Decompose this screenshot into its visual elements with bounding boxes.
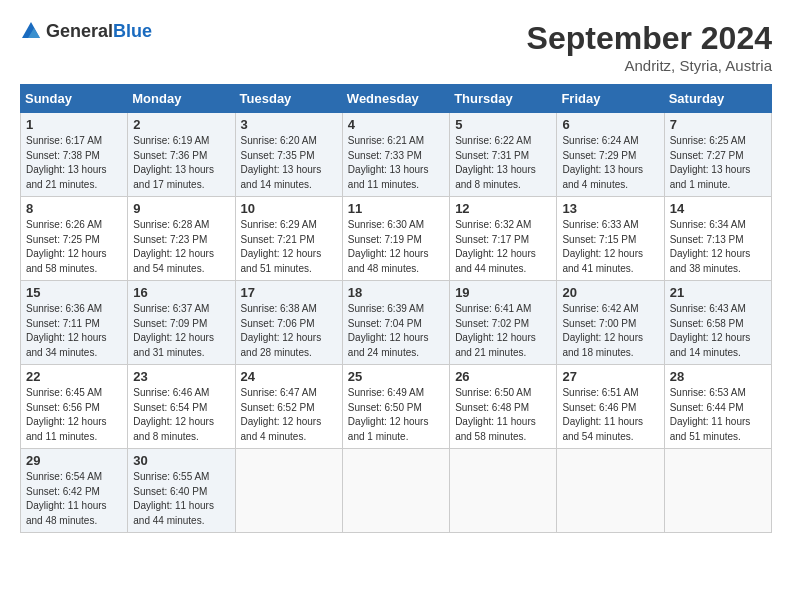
calendar-cell: 10Sunrise: 6:29 AM Sunset: 7:21 PM Dayli… xyxy=(235,197,342,281)
day-number: 5 xyxy=(455,117,551,132)
calendar-cell: 1Sunrise: 6:17 AM Sunset: 7:38 PM Daylig… xyxy=(21,113,128,197)
day-number: 3 xyxy=(241,117,337,132)
day-number: 15 xyxy=(26,285,122,300)
day-number: 2 xyxy=(133,117,229,132)
day-info: Sunrise: 6:53 AM Sunset: 6:44 PM Dayligh… xyxy=(670,386,766,444)
calendar-cell: 3Sunrise: 6:20 AM Sunset: 7:35 PM Daylig… xyxy=(235,113,342,197)
calendar-cell: 28Sunrise: 6:53 AM Sunset: 6:44 PM Dayli… xyxy=(664,365,771,449)
day-number: 27 xyxy=(562,369,658,384)
day-info: Sunrise: 6:34 AM Sunset: 7:13 PM Dayligh… xyxy=(670,218,766,276)
page-header: GeneralBlue September 2024 Andritz, Styr… xyxy=(20,20,772,74)
header-tuesday: Tuesday xyxy=(235,85,342,113)
calendar-week-5: 29Sunrise: 6:54 AM Sunset: 6:42 PM Dayli… xyxy=(21,449,772,533)
day-number: 22 xyxy=(26,369,122,384)
day-number: 23 xyxy=(133,369,229,384)
day-number: 10 xyxy=(241,201,337,216)
calendar-cell: 18Sunrise: 6:39 AM Sunset: 7:04 PM Dayli… xyxy=(342,281,449,365)
header-wednesday: Wednesday xyxy=(342,85,449,113)
day-info: Sunrise: 6:51 AM Sunset: 6:46 PM Dayligh… xyxy=(562,386,658,444)
calendar-table: Sunday Monday Tuesday Wednesday Thursday… xyxy=(20,84,772,533)
day-number: 29 xyxy=(26,453,122,468)
day-number: 13 xyxy=(562,201,658,216)
day-number: 25 xyxy=(348,369,444,384)
logo-blue: Blue xyxy=(113,21,152,41)
day-info: Sunrise: 6:32 AM Sunset: 7:17 PM Dayligh… xyxy=(455,218,551,276)
calendar-cell: 6Sunrise: 6:24 AM Sunset: 7:29 PM Daylig… xyxy=(557,113,664,197)
calendar-cell: 21Sunrise: 6:43 AM Sunset: 6:58 PM Dayli… xyxy=(664,281,771,365)
calendar-cell: 5Sunrise: 6:22 AM Sunset: 7:31 PM Daylig… xyxy=(450,113,557,197)
calendar-cell: 9Sunrise: 6:28 AM Sunset: 7:23 PM Daylig… xyxy=(128,197,235,281)
logo: GeneralBlue xyxy=(20,20,152,42)
day-info: Sunrise: 6:21 AM Sunset: 7:33 PM Dayligh… xyxy=(348,134,444,192)
calendar-cell xyxy=(664,449,771,533)
day-number: 9 xyxy=(133,201,229,216)
day-info: Sunrise: 6:49 AM Sunset: 6:50 PM Dayligh… xyxy=(348,386,444,444)
calendar-cell: 8Sunrise: 6:26 AM Sunset: 7:25 PM Daylig… xyxy=(21,197,128,281)
day-info: Sunrise: 6:30 AM Sunset: 7:19 PM Dayligh… xyxy=(348,218,444,276)
calendar-cell: 22Sunrise: 6:45 AM Sunset: 6:56 PM Dayli… xyxy=(21,365,128,449)
calendar-cell: 15Sunrise: 6:36 AM Sunset: 7:11 PM Dayli… xyxy=(21,281,128,365)
title-block: September 2024 Andritz, Styria, Austria xyxy=(527,20,772,74)
logo-general: General xyxy=(46,21,113,41)
day-info: Sunrise: 6:17 AM Sunset: 7:38 PM Dayligh… xyxy=(26,134,122,192)
day-number: 20 xyxy=(562,285,658,300)
header-sunday: Sunday xyxy=(21,85,128,113)
day-info: Sunrise: 6:36 AM Sunset: 7:11 PM Dayligh… xyxy=(26,302,122,360)
day-number: 6 xyxy=(562,117,658,132)
day-number: 1 xyxy=(26,117,122,132)
day-info: Sunrise: 6:41 AM Sunset: 7:02 PM Dayligh… xyxy=(455,302,551,360)
day-info: Sunrise: 6:43 AM Sunset: 6:58 PM Dayligh… xyxy=(670,302,766,360)
calendar-cell: 30Sunrise: 6:55 AM Sunset: 6:40 PM Dayli… xyxy=(128,449,235,533)
header-monday: Monday xyxy=(128,85,235,113)
day-info: Sunrise: 6:19 AM Sunset: 7:36 PM Dayligh… xyxy=(133,134,229,192)
day-number: 4 xyxy=(348,117,444,132)
day-number: 30 xyxy=(133,453,229,468)
day-number: 16 xyxy=(133,285,229,300)
calendar-header-row: Sunday Monday Tuesday Wednesday Thursday… xyxy=(21,85,772,113)
day-info: Sunrise: 6:28 AM Sunset: 7:23 PM Dayligh… xyxy=(133,218,229,276)
header-friday: Friday xyxy=(557,85,664,113)
calendar-week-1: 1Sunrise: 6:17 AM Sunset: 7:38 PM Daylig… xyxy=(21,113,772,197)
calendar-cell: 24Sunrise: 6:47 AM Sunset: 6:52 PM Dayli… xyxy=(235,365,342,449)
day-info: Sunrise: 6:33 AM Sunset: 7:15 PM Dayligh… xyxy=(562,218,658,276)
day-info: Sunrise: 6:54 AM Sunset: 6:42 PM Dayligh… xyxy=(26,470,122,528)
day-number: 12 xyxy=(455,201,551,216)
day-number: 21 xyxy=(670,285,766,300)
calendar-cell xyxy=(450,449,557,533)
calendar-cell: 4Sunrise: 6:21 AM Sunset: 7:33 PM Daylig… xyxy=(342,113,449,197)
calendar-cell: 17Sunrise: 6:38 AM Sunset: 7:06 PM Dayli… xyxy=(235,281,342,365)
calendar-week-4: 22Sunrise: 6:45 AM Sunset: 6:56 PM Dayli… xyxy=(21,365,772,449)
calendar-cell: 20Sunrise: 6:42 AM Sunset: 7:00 PM Dayli… xyxy=(557,281,664,365)
day-info: Sunrise: 6:25 AM Sunset: 7:27 PM Dayligh… xyxy=(670,134,766,192)
calendar-cell: 25Sunrise: 6:49 AM Sunset: 6:50 PM Dayli… xyxy=(342,365,449,449)
calendar-cell: 14Sunrise: 6:34 AM Sunset: 7:13 PM Dayli… xyxy=(664,197,771,281)
day-info: Sunrise: 6:38 AM Sunset: 7:06 PM Dayligh… xyxy=(241,302,337,360)
day-info: Sunrise: 6:26 AM Sunset: 7:25 PM Dayligh… xyxy=(26,218,122,276)
day-info: Sunrise: 6:20 AM Sunset: 7:35 PM Dayligh… xyxy=(241,134,337,192)
day-number: 7 xyxy=(670,117,766,132)
logo-icon xyxy=(20,20,42,42)
calendar-cell: 13Sunrise: 6:33 AM Sunset: 7:15 PM Dayli… xyxy=(557,197,664,281)
day-info: Sunrise: 6:39 AM Sunset: 7:04 PM Dayligh… xyxy=(348,302,444,360)
day-number: 18 xyxy=(348,285,444,300)
calendar-cell: 11Sunrise: 6:30 AM Sunset: 7:19 PM Dayli… xyxy=(342,197,449,281)
day-number: 24 xyxy=(241,369,337,384)
calendar-cell: 12Sunrise: 6:32 AM Sunset: 7:17 PM Dayli… xyxy=(450,197,557,281)
header-thursday: Thursday xyxy=(450,85,557,113)
calendar-cell xyxy=(342,449,449,533)
location: Andritz, Styria, Austria xyxy=(527,57,772,74)
month-title: September 2024 xyxy=(527,20,772,57)
day-info: Sunrise: 6:55 AM Sunset: 6:40 PM Dayligh… xyxy=(133,470,229,528)
day-info: Sunrise: 6:42 AM Sunset: 7:00 PM Dayligh… xyxy=(562,302,658,360)
header-saturday: Saturday xyxy=(664,85,771,113)
day-info: Sunrise: 6:29 AM Sunset: 7:21 PM Dayligh… xyxy=(241,218,337,276)
calendar-week-3: 15Sunrise: 6:36 AM Sunset: 7:11 PM Dayli… xyxy=(21,281,772,365)
day-info: Sunrise: 6:22 AM Sunset: 7:31 PM Dayligh… xyxy=(455,134,551,192)
day-number: 8 xyxy=(26,201,122,216)
day-number: 19 xyxy=(455,285,551,300)
day-info: Sunrise: 6:45 AM Sunset: 6:56 PM Dayligh… xyxy=(26,386,122,444)
calendar-cell: 23Sunrise: 6:46 AM Sunset: 6:54 PM Dayli… xyxy=(128,365,235,449)
day-info: Sunrise: 6:37 AM Sunset: 7:09 PM Dayligh… xyxy=(133,302,229,360)
day-number: 28 xyxy=(670,369,766,384)
calendar-cell: 7Sunrise: 6:25 AM Sunset: 7:27 PM Daylig… xyxy=(664,113,771,197)
